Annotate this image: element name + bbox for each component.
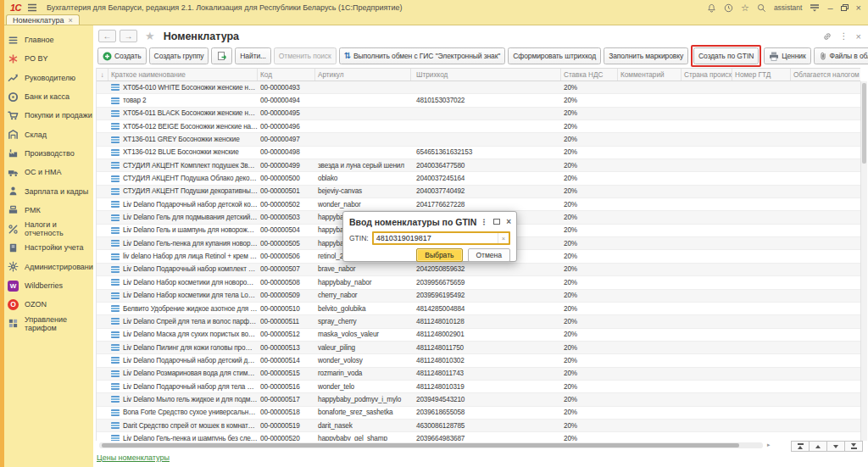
sidebar-item-proizvodstvo[interactable]: Производство	[0, 144, 93, 163]
item-barcode: 2041776627228	[411, 198, 561, 210]
dialog-kebab-icon[interactable]: ⋮	[480, 218, 487, 226]
sidebar-item-administrirovanie[interactable]: Администрирование	[0, 258, 93, 276]
sidebar-item-pokupki-i-prodazhi[interactable]: Покупки и продажи	[0, 106, 93, 125]
row-down-button[interactable]	[826, 441, 845, 452]
fill-marking-button[interactable]: Заполнить маркировку	[604, 47, 688, 64]
sort-indicator[interactable]: ↓	[97, 69, 108, 81]
minimize-button[interactable]: –	[827, 3, 832, 13]
dialog-close-icon[interactable]: ×	[506, 217, 511, 226]
sidebar-item-nalogi-i-otchetnost[interactable]: Налоги и отчетность	[0, 220, 93, 238]
table-row[interactable]: СТУДИЯ АКЦЕНТ Подушка Облако декоративна…	[97, 172, 860, 185]
table-row[interactable]: Liv Delano Подарочный набор детский для …	[97, 354, 860, 367]
create-button[interactable]: Создать	[97, 47, 147, 64]
column-header-country[interactable]: Страна происхо...	[682, 69, 732, 81]
sidebar-item-rmk[interactable]: РМК	[0, 201, 93, 220]
cancel-button[interactable]: Отмена	[468, 248, 511, 262]
gis-exchange-button[interactable]: ⇅ Выполнить обмен с ГИС "Электронный зна…	[339, 47, 506, 64]
table-row[interactable]: Liv Delano Набор косметики для новорожде…	[97, 276, 860, 289]
go-bottom-button[interactable]	[844, 441, 863, 452]
table-row[interactable]: Liv Delano Маска для сухих пористых воло…	[97, 329, 860, 342]
copy-item-button[interactable]	[211, 47, 232, 64]
item-vat: 20%	[561, 120, 618, 132]
column-header-code[interactable]: Код	[258, 69, 315, 81]
sidebar-item-wildberries[interactable]: W Wildberries	[0, 276, 93, 295]
table-row[interactable]: Liv Delano Гель-пенка и шампунь без слез…	[97, 432, 860, 441]
column-header-property-tax[interactable]: Облагается налогом на н	[791, 69, 860, 81]
table-row[interactable]: Liv Delano Подарочный набор детской косм…	[97, 198, 860, 211]
vertical-scroll-thumb[interactable]	[862, 83, 866, 164]
close-button[interactable]: ×	[856, 3, 861, 13]
scroll-right-arrow-icon[interactable]: ▸	[767, 442, 771, 448]
notifications-bell-icon[interactable]	[707, 3, 716, 13]
price-tag-button[interactable]: Ценник	[764, 47, 810, 64]
restore-button[interactable]	[841, 4, 849, 11]
table-row[interactable]: Liv Delano Розмариновая вода для стимуля…	[97, 368, 860, 381]
table-row[interactable]: СТУДИЯ АКЦЕНТ Комплект подушек Звезда и …	[97, 159, 860, 172]
sidebar-item-bank-i-kassa[interactable]: Банк и касса	[0, 87, 93, 106]
gtin-input[interactable]	[374, 234, 498, 242]
column-header-article[interactable]: Артикул	[315, 69, 411, 81]
history-icon[interactable]	[724, 3, 733, 13]
forward-button[interactable]: →	[120, 30, 137, 42]
column-header-vat[interactable]: Ставка НДС	[561, 69, 618, 81]
dialog-maximize-icon[interactable]	[493, 219, 500, 225]
search-icon[interactable]	[757, 3, 766, 13]
find-button[interactable]: Найти...	[235, 47, 271, 64]
go-top-button[interactable]	[791, 441, 810, 452]
more-kebab-icon[interactable]: ⋮	[840, 31, 849, 41]
horizontal-scroll-thumb[interactable]	[102, 443, 739, 448]
select-button[interactable]: Выбрать	[416, 248, 462, 262]
table-row[interactable]: товар 2 00-00000494 4810153037022 20%	[97, 94, 860, 107]
table-row[interactable]: Liv Delano Мыло гель жидкое и для подмыв…	[97, 393, 860, 406]
item-vat: 20%	[561, 393, 618, 405]
row-up-button[interactable]	[809, 441, 827, 452]
favorites-star-icon[interactable]: ☆	[741, 3, 749, 13]
table-row[interactable]: Liv Delano Набор косметики для тела Lost…	[97, 290, 860, 303]
table-row[interactable]: Liv Delano Пилинг для кожи головы профес…	[97, 342, 860, 354]
get-link-icon[interactable]	[822, 31, 832, 42]
column-header-short-name[interactable]: Краткое наименование	[108, 69, 258, 81]
service-menu-icon[interactable]	[810, 3, 820, 12]
table-row[interactable]: СТУДИЯ АКЦЕНТ Подушки декоративные на ди…	[97, 186, 860, 198]
vertical-scrollbar[interactable]	[860, 81, 867, 441]
column-header-barcode[interactable]: Штрихкод	[411, 69, 561, 81]
sidebar-item-sklad[interactable]: Склад	[0, 125, 93, 143]
column-header-comment[interactable]: Комментарий	[618, 69, 682, 81]
create-group-button[interactable]: Создать группу	[149, 47, 209, 64]
cancel-search-button[interactable]: Отменить поиск	[274, 47, 337, 64]
sidebar-item-zarplata-i-kadry[interactable]: Зарплата и кадры	[0, 181, 93, 200]
sidebar-item-nastroyki-ucheta[interactable]: Настройки учета	[0, 238, 93, 257]
sidebar-item-glavnoe[interactable]: Главное	[0, 31, 93, 49]
tab-close-icon[interactable]: ×	[68, 16, 72, 25]
sidebar-item-upravlenie-tarifom[interactable]: Управление тарифом	[0, 314, 93, 332]
back-button[interactable]: ←	[98, 30, 116, 42]
table-row[interactable]: Darit Средство спрей от мошек в комнатны…	[97, 420, 860, 432]
horizontal-scrollbar[interactable]	[99, 442, 763, 448]
table-row[interactable]: Bona Forte Средство сухое универсальное …	[97, 407, 860, 420]
factory-icon	[8, 147, 19, 158]
column-header-gtd-number[interactable]: Номер ГТД	[732, 69, 791, 81]
sidebar-item-ozon[interactable]: O OZON	[0, 295, 93, 314]
sidebar-item-os-i-nma[interactable]: ОС и НМА	[0, 163, 93, 181]
create-by-gtin-button[interactable]: Создать по GTIN	[693, 47, 759, 64]
table-row[interactable]: Liv Delano Спрей для тела и волос парфюм…	[97, 315, 860, 328]
clear-input-icon[interactable]: ×	[498, 233, 509, 243]
table-row[interactable]: Liv Delano Подарочный набор комплект 2шт…	[97, 264, 860, 276]
nomenclature-prices-link[interactable]: Цены номенклатуры	[97, 453, 170, 462]
table-row[interactable]: XT054-012 BEIGE Босоножки женские нат.ко…	[97, 120, 860, 133]
close-form-icon[interactable]: ×	[856, 31, 861, 42]
table-row[interactable]: XT136-012 BLUE Босоножки женские 00-0000…	[97, 147, 860, 159]
tab-nomenklatura[interactable]: Номенклатура ×	[6, 14, 80, 25]
favorite-star-icon[interactable]: ★	[145, 30, 155, 42]
table-row[interactable]: XT136-011 GREY Босоножки женские 00-0000…	[97, 133, 860, 146]
item-article: happybaby_nabor	[315, 276, 411, 288]
sidebar-item-po-by[interactable]: PO BY	[0, 49, 93, 68]
hamburger-menu-icon[interactable]	[27, 3, 37, 12]
cloud-files-button[interactable]: Файлы в облаке	[814, 47, 868, 64]
table-row[interactable]: XT054-010 WHITE Босоножки женские нат.ко…	[97, 81, 860, 94]
table-row[interactable]: Белвито Удобрение жидкое азотное для гол…	[97, 303, 860, 315]
sidebar-item-rukovoditelyu[interactable]: Руководителю	[0, 69, 93, 87]
table-row[interactable]: XT054-011 BLACK Босоножки женские нат.ко…	[97, 108, 860, 120]
table-row[interactable]: Liv Delano Подарочный набор для тела Won…	[97, 381, 860, 393]
generate-barcode-button[interactable]: Сформировать штрихкод	[508, 47, 601, 64]
